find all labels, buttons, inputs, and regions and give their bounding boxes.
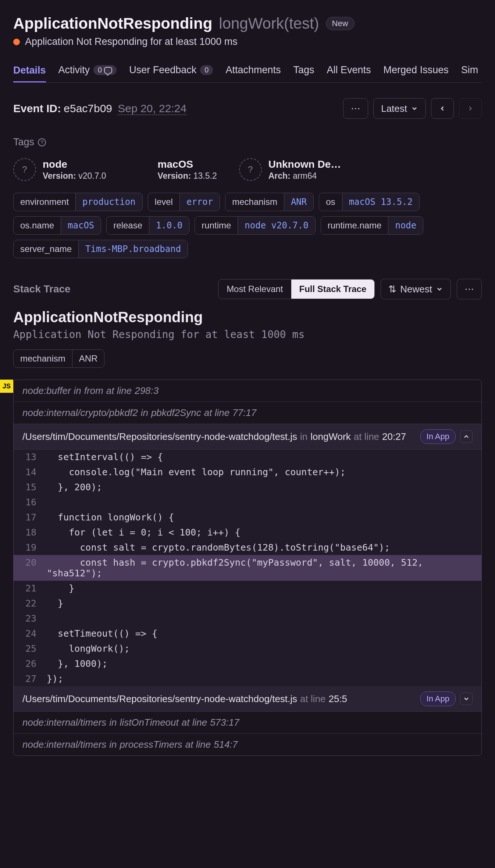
code-line: 24 setTimeout(() => { bbox=[14, 626, 481, 641]
tag-key: level bbox=[148, 193, 179, 211]
tag-chip[interactable]: mechanismANR bbox=[225, 193, 314, 211]
tag-value: error bbox=[179, 193, 220, 211]
tag-chip[interactable]: server_nameTims-MBP.broadband bbox=[13, 240, 188, 258]
tab-all-events[interactable]: All Events bbox=[327, 61, 371, 82]
context-item[interactable]: ?nodeVersion: v20.7.0 bbox=[13, 158, 106, 181]
code-line: 13 setInterval(() => { bbox=[14, 449, 481, 465]
stack-frame-app[interactable]: /Users/tim/Documents/Repositories/sentry… bbox=[14, 424, 481, 449]
issue-title: ApplicationNotResponding bbox=[13, 15, 212, 32]
unknown-icon: ? bbox=[239, 158, 262, 181]
line-number: 15 bbox=[14, 480, 43, 495]
tag-chip[interactable]: os.namemacOS bbox=[13, 216, 101, 235]
context-title: macOS bbox=[158, 159, 217, 170]
stack-frame[interactable]: node:internal/crypto/pbkdf2 in pbkdf2Syn… bbox=[14, 402, 481, 424]
stacktrace-more-button[interactable]: ⋯ bbox=[457, 279, 482, 299]
tag-chip[interactable]: levelerror bbox=[148, 193, 220, 211]
exception-type: ApplicationNotResponding bbox=[13, 309, 482, 326]
expand-frame-button[interactable] bbox=[460, 693, 473, 705]
event-actions-menu-button[interactable]: ⋯ bbox=[343, 98, 368, 119]
line-content: } bbox=[43, 581, 481, 596]
prev-event-button[interactable] bbox=[431, 98, 454, 119]
line-content: }); bbox=[43, 671, 481, 686]
exception-message: Application Not Responding for at least … bbox=[13, 328, 482, 341]
collapse-frame-button[interactable] bbox=[460, 430, 473, 443]
chevron-left-icon bbox=[439, 105, 446, 112]
tag-value: macOS bbox=[61, 217, 101, 234]
stack-frame[interactable]: node:buffer in from at line 298:3 bbox=[14, 380, 481, 402]
code-line: 15 }, 200); bbox=[14, 480, 481, 495]
event-id-value: e5ac7b09 bbox=[64, 102, 112, 114]
line-number: 16 bbox=[14, 495, 43, 510]
line-number: 25 bbox=[14, 641, 43, 656]
code-line: 16 bbox=[14, 495, 481, 510]
stacktrace-sort-dropdown[interactable]: ⇅ Newest bbox=[381, 279, 451, 299]
line-content: setTimeout(() => { bbox=[43, 626, 481, 641]
event-timestamp[interactable]: Sep 20, 22:24 bbox=[118, 102, 186, 115]
unknown-icon: ? bbox=[13, 158, 36, 181]
tag-chip[interactable]: osmacOS 13.5.2 bbox=[319, 193, 420, 211]
context-item[interactable]: macOSVersion: 13.5.2 bbox=[128, 158, 217, 181]
code-line: 26 }, 1000); bbox=[14, 656, 481, 671]
stack-frame[interactable]: node:internal/timers in processTimers at… bbox=[14, 734, 481, 755]
tag-value: Tims-MBP.broadband bbox=[78, 240, 188, 258]
tab-details[interactable]: Details bbox=[13, 61, 46, 83]
tab-attachments[interactable]: Attachments bbox=[225, 61, 281, 82]
code-line: 17 function longWork() { bbox=[14, 510, 481, 525]
tag-chip[interactable]: runtime.namenode bbox=[321, 216, 424, 235]
apple-icon bbox=[128, 158, 151, 181]
line-content: console.log("Main event loop running", c… bbox=[43, 465, 481, 480]
chevron-down-icon bbox=[436, 285, 443, 293]
tag-key: release bbox=[107, 217, 149, 234]
tag-value: ANR bbox=[284, 193, 313, 211]
tab-merged-issues[interactable]: Merged Issues bbox=[384, 61, 449, 82]
tag-chip[interactable]: environmentproduction bbox=[13, 193, 143, 211]
in-app-badge: In App bbox=[420, 429, 456, 444]
tag-value: node v20.7.0 bbox=[238, 217, 315, 234]
js-platform-icon: JS bbox=[0, 380, 13, 393]
context-subtitle: Arch: arm64 bbox=[268, 171, 341, 181]
event-nav-dropdown[interactable]: Latest bbox=[373, 98, 426, 119]
tab-activity[interactable]: Activity0 bbox=[58, 61, 117, 82]
help-icon[interactable]: ? bbox=[38, 138, 46, 146]
line-content: } bbox=[43, 596, 481, 611]
line-content: function longWork() { bbox=[43, 510, 481, 525]
chevron-down-icon bbox=[411, 105, 418, 112]
line-content: }, 1000); bbox=[43, 656, 481, 671]
tag-value: node bbox=[388, 217, 423, 234]
tag-value: production bbox=[75, 193, 142, 211]
tag-chip[interactable]: release1.0.0 bbox=[106, 216, 189, 235]
code-line: 21 } bbox=[14, 581, 481, 596]
next-event-button[interactable] bbox=[459, 98, 482, 119]
event-id-block: Event ID: e5ac7b09 Sep 20, 22:24 bbox=[13, 102, 186, 115]
line-content: const salt = crypto.randomBytes(128).toS… bbox=[43, 540, 481, 555]
context-title: node bbox=[43, 159, 106, 170]
issue-tabs: DetailsActivity0User Feedback0Attachment… bbox=[13, 61, 482, 83]
line-content: const hash = crypto.pbkdf2Sync("myPasswo… bbox=[43, 555, 481, 581]
line-content: setInterval(() => { bbox=[43, 449, 481, 465]
code-line: 19 const salt = crypto.randomBytes(128).… bbox=[14, 540, 481, 555]
status-badge: New bbox=[326, 17, 355, 30]
in-app-badge: In App bbox=[420, 691, 456, 706]
stacktrace-view-toggle: Most Relevant Full Stack Trace bbox=[218, 279, 375, 299]
tab-user-feedback[interactable]: User Feedback0 bbox=[129, 61, 213, 82]
mechanism-tag[interactable]: mechanism ANR bbox=[13, 349, 104, 368]
count-badge: 0 bbox=[200, 65, 213, 75]
issue-header: ApplicationNotResponding longWork(test) … bbox=[13, 15, 482, 32]
line-number: 17 bbox=[14, 510, 43, 525]
line-number: 18 bbox=[14, 525, 43, 540]
issue-message: Application Not Responding for at least … bbox=[25, 36, 238, 47]
stack-frame[interactable]: node:internal/timers in listOnTimeout at… bbox=[14, 712, 481, 734]
code-line: 18 for (let i = 0; i < 100; i++) { bbox=[14, 525, 481, 540]
line-number: 20 bbox=[14, 555, 43, 581]
tag-value: macOS 13.5.2 bbox=[342, 193, 419, 211]
tab-sim[interactable]: Sim bbox=[461, 61, 478, 82]
most-relevant-toggle[interactable]: Most Relevant bbox=[218, 280, 291, 299]
full-stack-trace-toggle[interactable]: Full Stack Trace bbox=[291, 280, 375, 299]
tag-key: os.name bbox=[14, 217, 61, 234]
context-item[interactable]: ?Unknown De…Arch: arm64 bbox=[239, 158, 341, 181]
tab-tags[interactable]: Tags bbox=[293, 61, 314, 82]
stack-frame-app[interactable]: /Users/tim/Documents/Repositories/sentry… bbox=[14, 686, 481, 712]
line-content: for (let i = 0; i < 100; i++) { bbox=[43, 525, 481, 540]
tag-chip[interactable]: runtimenode v20.7.0 bbox=[195, 216, 315, 235]
context-subtitle: Version: v20.7.0 bbox=[43, 171, 106, 181]
